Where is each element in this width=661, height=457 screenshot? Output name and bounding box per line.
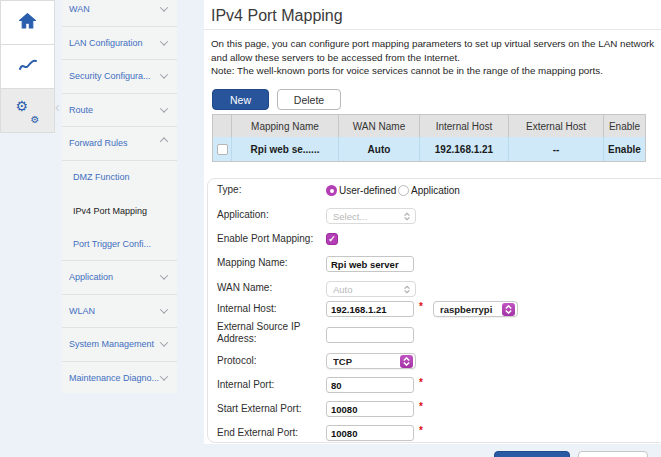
mapping-name-label: Mapping Name: <box>217 257 288 268</box>
sidebar-item-wlan[interactable]: WLAN <box>62 295 177 329</box>
sidebar-item-port-trigger-configuration[interactable]: Port Trigger Confi... <box>62 228 177 262</box>
chart-icon <box>19 58 37 76</box>
required-asterisk: * <box>419 425 423 436</box>
end-external-port-input[interactable] <box>326 425 414 441</box>
port-mapping-form: Type: User-defined Application Applicati… <box>207 178 661 443</box>
sidebar-rail: ⚙⚙ <box>0 0 55 133</box>
internal-port-input[interactable] <box>326 377 414 393</box>
header-enable: Enable <box>604 115 645 137</box>
application-label: Application: <box>217 209 269 220</box>
apply-button[interactable] <box>494 451 570 457</box>
sidebar-item-system-management[interactable]: System Management <box>62 328 177 362</box>
internal-host-input[interactable] <box>326 301 414 317</box>
type-label: Type: <box>217 184 241 195</box>
sidebar-item-maintenance-diagnosis[interactable]: Maintenance Diagno... <box>62 362 177 394</box>
chevron-down-icon <box>160 339 168 347</box>
page-description: On this page, you can configure port map… <box>211 37 658 78</box>
sidebar-item-dmz-function[interactable]: DMZ Function <box>62 161 177 195</box>
cell-mapping-name: Rpi web se...... <box>232 137 339 161</box>
internal-port-label: Internal Port: <box>217 379 274 390</box>
stepper-icon <box>400 355 413 368</box>
external-source-ip-input[interactable] <box>326 327 414 343</box>
type-user-defined-radio[interactable] <box>326 185 337 196</box>
gears-icon: ⚙⚙ <box>17 100 39 122</box>
chevron-down-icon <box>160 4 168 12</box>
cell-enable: Enable <box>604 137 645 161</box>
type-application-label[interactable]: Application <box>411 185 460 196</box>
cell-internal-host: 192.168.1.21 <box>420 137 509 161</box>
chevron-down-icon <box>160 37 168 45</box>
start-external-port-input[interactable] <box>326 401 414 417</box>
header-checkbox-cell <box>213 115 232 137</box>
header-internal-host: Internal Host <box>420 115 509 137</box>
toolbar: New Delete <box>212 89 341 110</box>
type-application-radio[interactable] <box>398 185 409 196</box>
sidebar-item-application[interactable]: Application <box>62 261 177 295</box>
internal-host-device-select[interactable]: raspberrypi <box>433 301 518 317</box>
sidebar-item-lan-configuration[interactable]: LAN Configuration <box>62 27 177 61</box>
sidebar-item-wan[interactable]: WAN <box>62 0 177 27</box>
nav-settings-button[interactable]: ⚙⚙ <box>0 88 55 133</box>
sidebar-item-ipv4-port-mapping[interactable]: IPv4 Port Mapping <box>62 194 177 228</box>
description-text: On this page, you can configure port map… <box>211 37 658 64</box>
stepper-icon <box>502 303 515 316</box>
enable-port-mapping-checkbox[interactable]: ✓ <box>326 233 338 245</box>
protocol-select[interactable]: TCP <box>326 353 416 369</box>
external-source-ip-label: External Source IP Address: <box>217 321 317 345</box>
header-external-host: External Host <box>509 115 604 137</box>
wan-name-select[interactable]: Auto <box>326 281 416 297</box>
cell-external-host: -- <box>509 137 604 161</box>
sidebar-item-route[interactable]: Route <box>62 94 177 128</box>
chevron-down-icon <box>160 372 168 380</box>
sidebar-item-forward-rules[interactable]: Forward Rules <box>62 127 177 161</box>
row-checkbox[interactable] <box>217 144 228 155</box>
chevron-down-icon <box>160 272 168 280</box>
delete-button[interactable]: Delete <box>277 89 341 110</box>
mapping-name-input[interactable] <box>326 256 414 272</box>
nav-status-button[interactable] <box>0 44 55 89</box>
row-checkbox-cell <box>213 137 232 161</box>
wan-name-label: WAN Name: <box>217 282 272 293</box>
divider <box>204 29 661 30</box>
home-icon <box>19 13 36 33</box>
type-user-defined-label[interactable]: User-defined <box>339 185 396 196</box>
collapse-menu-icon[interactable]: ‹ <box>55 100 60 114</box>
table-row[interactable]: Rpi web se...... Auto 192.168.1.21 -- En… <box>213 137 645 161</box>
header-mapping-name: Mapping Name <box>232 115 339 137</box>
cell-wan-name: Auto <box>339 137 420 161</box>
application-select[interactable]: Select... <box>326 208 416 224</box>
nav-home-button[interactable] <box>0 0 55 45</box>
start-external-port-label: Start External Port: <box>217 403 301 414</box>
chevron-down-icon <box>160 71 168 79</box>
required-asterisk: * <box>419 401 423 412</box>
header-wan-name: WAN Name <box>339 115 420 137</box>
table-header-row: Mapping Name WAN Name Internal Host Exte… <box>213 115 645 137</box>
chevron-down-icon <box>160 104 168 112</box>
port-mapping-table: Mapping Name WAN Name Internal Host Exte… <box>212 114 646 162</box>
chevron-up-icon <box>160 138 168 146</box>
main-content: IPv4 Port Mapping On this page, you can … <box>204 0 661 444</box>
required-asterisk: * <box>419 377 423 388</box>
required-asterisk: * <box>419 301 423 312</box>
new-button[interactable]: New <box>212 89 269 110</box>
stepper-icon <box>400 283 413 296</box>
page-title: IPv4 Port Mapping <box>211 7 343 25</box>
cancel-button[interactable] <box>578 451 648 457</box>
end-external-port-label: End External Port: <box>217 427 298 438</box>
note-text: Note: The well-known ports for voice ser… <box>211 64 658 78</box>
chevron-down-icon <box>160 305 168 313</box>
stepper-icon <box>400 210 413 223</box>
internal-host-label: Internal Host: <box>217 303 276 314</box>
sidebar-item-security-configuration[interactable]: Security Configura... <box>62 60 177 94</box>
protocol-label: Protocol: <box>217 355 256 366</box>
sidebar-menu: WAN LAN Configuration Security Configura… <box>62 0 177 393</box>
enable-port-mapping-label: Enable Port Mapping: <box>217 233 313 244</box>
